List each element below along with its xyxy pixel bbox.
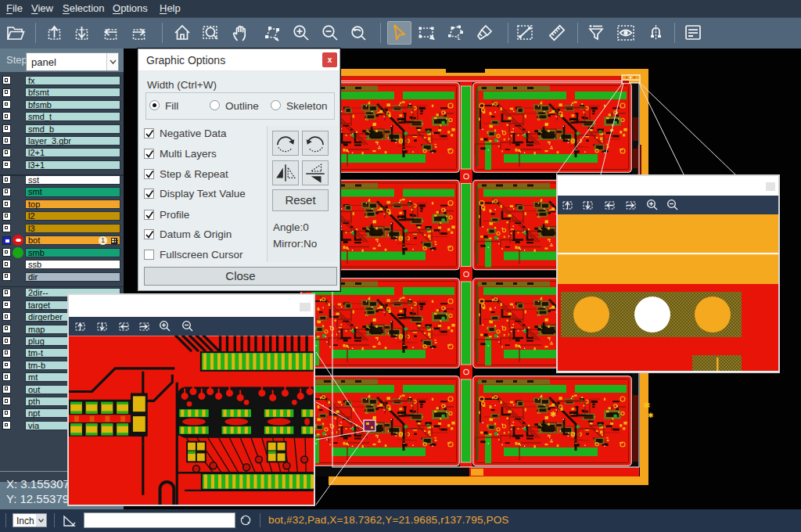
svg-text:✱: ✱ (643, 401, 650, 410)
svg-text:✱: ✱ (648, 412, 654, 419)
svg-text:✱: ✱ (550, 410, 556, 419)
